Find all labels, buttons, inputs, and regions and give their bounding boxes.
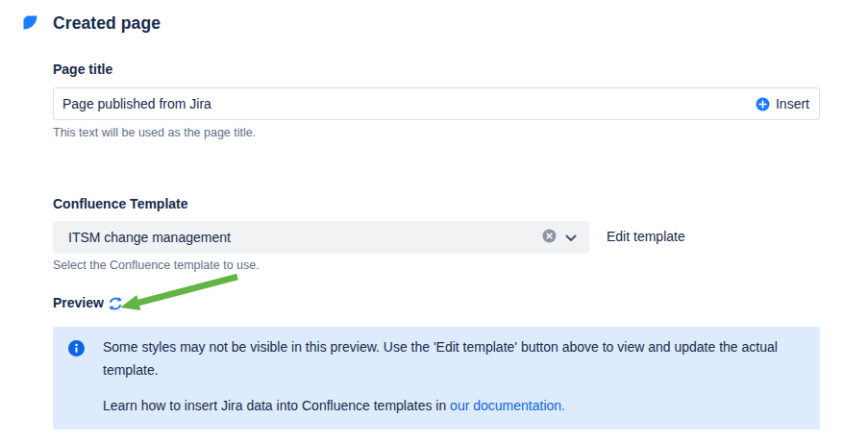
page-title-input-value: Page published from Jira xyxy=(54,96,211,111)
info-panel-message: Some styles may not be visible in this p… xyxy=(103,335,809,381)
confluence-page-icon xyxy=(23,15,37,30)
page-title-field-label: Page title xyxy=(53,62,112,77)
refresh-icon[interactable] xyxy=(108,296,123,311)
clear-x-icon[interactable] xyxy=(542,229,557,247)
template-select-value: ITSM change management xyxy=(53,230,231,245)
chevron-down-icon[interactable] xyxy=(565,229,577,246)
template-help-text: Select the Confluence template to use. xyxy=(53,258,260,272)
page-title-help-text: This text will be used as the page title… xyxy=(53,126,256,139)
page-title: Created page xyxy=(53,13,161,34)
page-title-input[interactable]: Page published from Jira Insert xyxy=(53,87,820,120)
insert-button[interactable]: Insert xyxy=(756,96,819,111)
insert-button-label: Insert xyxy=(776,96,809,111)
edit-template-button[interactable]: Edit template xyxy=(607,229,685,244)
info-panel: Some styles may not be visible in this p… xyxy=(53,327,820,430)
created-page-panel: Created page Page title Page published f… xyxy=(0,0,868,443)
template-select[interactable]: ITSM change management xyxy=(53,221,589,254)
info-icon xyxy=(68,340,85,357)
info-panel-learn-more: Learn how to insert Jira data into Confl… xyxy=(103,394,809,417)
documentation-link[interactable]: our documentation. xyxy=(450,398,565,413)
preview-label: Preview xyxy=(53,295,104,310)
learn-more-text: Learn how to insert Jira data into Confl… xyxy=(103,398,450,413)
template-field-label: Confluence Template xyxy=(53,196,188,211)
plus-circle-icon xyxy=(756,97,770,111)
